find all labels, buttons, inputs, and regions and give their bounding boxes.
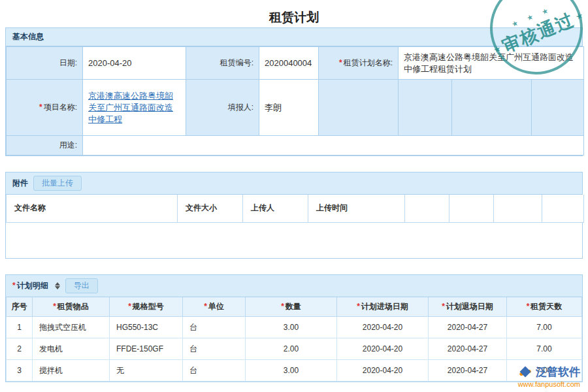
basic-info-title: 基本信息 bbox=[12, 31, 44, 42]
empty-cell bbox=[399, 80, 452, 136]
table-row[interactable]: 3搅拌机无台3.002020-04-202020-04-277.00 bbox=[7, 360, 582, 382]
required-marker: * bbox=[53, 302, 56, 311]
cell-enter_date: 2020-04-20 bbox=[337, 338, 429, 360]
empty-cell bbox=[532, 80, 584, 136]
rental-no-label: 租赁编号: bbox=[186, 47, 259, 80]
required-marker: * bbox=[12, 281, 16, 290]
attachments-header-row: 文件名称文件大小上传人上传时间 bbox=[7, 195, 584, 222]
details-section: *计划明细 导出 序号*租赁物品*规格型号*单位*数量*计划进场日期*计划退场日… bbox=[5, 274, 583, 383]
cell-days: 7.00 bbox=[507, 317, 582, 338]
attachments-col-header bbox=[494, 195, 542, 222]
attachments-col-header bbox=[449, 195, 494, 222]
details-col-header: 序号 bbox=[7, 297, 33, 317]
export-button[interactable]: 导出 bbox=[65, 278, 98, 293]
details-col-header: *计划退场日期 bbox=[429, 297, 507, 317]
cell-exit_date: 2020-04-27 bbox=[429, 338, 507, 360]
page-title: 租赁计划 bbox=[0, 0, 588, 27]
details-header: *计划明细 导出 bbox=[6, 275, 582, 297]
cell-days: 7.00 bbox=[507, 338, 582, 360]
project-name-value: 京港澳高速公路粤境韶关至广州互通路面改造中修工程 bbox=[83, 80, 186, 136]
details-col-header: *计划进场日期 bbox=[337, 297, 429, 317]
basic-info-header: 基本信息 bbox=[6, 28, 582, 46]
plan-name-label: *租赁计划名称: bbox=[319, 47, 399, 80]
required-marker: * bbox=[357, 302, 360, 311]
attachments-table: 文件名称文件大小上传人上传时间 bbox=[6, 195, 584, 223]
reporter-label: 填报人: bbox=[186, 80, 259, 136]
details-col-header: *数量 bbox=[246, 297, 337, 317]
details-col-header: *规格型号 bbox=[110, 297, 183, 317]
required-marker: * bbox=[527, 302, 530, 311]
cell-days: 7.00 bbox=[507, 360, 582, 382]
cell-model: FFDE-150GF bbox=[110, 338, 183, 360]
table-row[interactable]: 1拖拽式空压机HG550-13C台3.002020-04-202020-04-2… bbox=[7, 317, 582, 338]
required-marker: * bbox=[204, 302, 207, 311]
attachments-col-header: 文件大小 bbox=[178, 195, 243, 222]
project-name-label: *项目名称: bbox=[7, 80, 83, 136]
required-marker: * bbox=[442, 302, 445, 311]
attachments-section: 附件 批量上传 文件名称文件大小上传人上传时间 bbox=[5, 172, 583, 259]
rental-no-value: 2020040004 bbox=[259, 47, 319, 80]
usage-value bbox=[83, 136, 584, 155]
empty-cell bbox=[319, 80, 399, 136]
plan-name-value: 京港澳高速公路粤境韶关至广州互通路面改造中修工程租赁计划 bbox=[399, 47, 584, 80]
cell-seq: 1 bbox=[7, 317, 33, 338]
cell-unit: 台 bbox=[183, 317, 246, 338]
batch-upload-button[interactable]: 批量上传 bbox=[33, 176, 82, 191]
attachments-col-header: 上传人 bbox=[243, 195, 308, 222]
details-body: 1拖拽式空压机HG550-13C台3.002020-04-202020-04-2… bbox=[7, 317, 582, 382]
details-title: *计划明细 bbox=[12, 280, 48, 291]
cell-item: 搅拌机 bbox=[33, 360, 110, 382]
reporter-value: 李朗 bbox=[259, 80, 319, 136]
cell-item: 发电机 bbox=[33, 338, 110, 360]
details-col-header: *租赁天数 bbox=[507, 297, 582, 317]
required-marker: * bbox=[128, 302, 131, 311]
usage-label: 用途: bbox=[7, 136, 83, 155]
details-header-row: 序号*租赁物品*规格型号*单位*数量*计划进场日期*计划退场日期*租赁天数 bbox=[7, 297, 582, 317]
cell-seq: 2 bbox=[7, 338, 33, 360]
cell-exit_date: 2020-04-27 bbox=[429, 317, 507, 338]
cell-qty: 3.00 bbox=[246, 360, 337, 382]
cell-exit_date: 2020-04-27 bbox=[429, 360, 507, 382]
table-row[interactable]: 2发电机FFDE-150GF台2.002020-04-202020-04-277… bbox=[7, 338, 582, 360]
attachments-empty-body bbox=[6, 223, 582, 258]
cell-model: 无 bbox=[110, 360, 183, 382]
attachments-header: 附件 批量上传 bbox=[6, 172, 582, 195]
attachments-col-header: 上传时间 bbox=[308, 195, 405, 222]
required-marker: * bbox=[39, 103, 42, 112]
required-marker: * bbox=[281, 302, 284, 311]
cell-unit: 台 bbox=[183, 360, 246, 382]
attachments-col-header bbox=[542, 195, 584, 222]
cell-qty: 3.00 bbox=[246, 317, 337, 338]
project-name-link[interactable]: 京港澳高速公路粤境韶关至广州互通路面改造中修工程 bbox=[88, 91, 173, 124]
empty-cell bbox=[452, 80, 532, 136]
attachments-title: 附件 bbox=[12, 178, 28, 189]
details-col-header: *单位 bbox=[183, 297, 246, 317]
cell-enter_date: 2020-04-20 bbox=[337, 360, 429, 382]
attachments-col-header: 文件名称 bbox=[7, 195, 178, 222]
sort-icon[interactable] bbox=[55, 282, 60, 289]
date-value: 2020-04-20 bbox=[83, 47, 186, 80]
cell-qty: 2.00 bbox=[246, 338, 337, 360]
required-marker: * bbox=[339, 58, 342, 67]
date-label: 日期: bbox=[7, 47, 83, 80]
basic-info-table: 日期: 2020-04-20 租赁编号: 2020040004 *租赁计划名称:… bbox=[6, 46, 584, 155]
cell-enter_date: 2020-04-20 bbox=[337, 317, 429, 338]
cell-model: HG550-13C bbox=[110, 317, 183, 338]
details-col-header: *租赁物品 bbox=[33, 297, 110, 317]
basic-info-section: 基本信息 日期: 2020-04-20 租赁编号: 2020040004 *租赁… bbox=[5, 27, 583, 156]
attachments-col-header bbox=[405, 195, 449, 222]
cell-seq: 3 bbox=[7, 360, 33, 382]
cell-unit: 台 bbox=[183, 338, 246, 360]
details-table: 序号*租赁物品*规格型号*单位*数量*计划进场日期*计划退场日期*租赁天数 1拖… bbox=[6, 297, 582, 382]
cell-item: 拖拽式空压机 bbox=[33, 317, 110, 338]
